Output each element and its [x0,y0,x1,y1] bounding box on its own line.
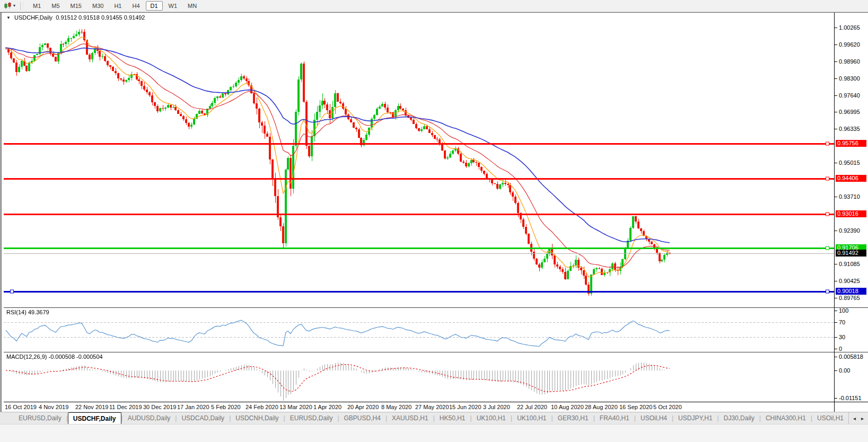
date-tick-label: 4 Nov 2019 [39,404,68,410]
timeframe-button-m30[interactable]: M30 [87,1,108,11]
date-tick-label: 10 Aug 2020 [551,404,584,410]
chart-tab-dj30-daily[interactable]: DJ30,Daily [719,413,759,423]
chart-tab-xauusd-h1[interactable]: XAUUSD,H1 [387,413,433,423]
price-line-label-resistance: 0.93016 [836,210,866,217]
timeframe-button-d1[interactable]: D1 [146,1,163,11]
scroll-right-icon[interactable]: ▸ [861,416,864,421]
price-tick-label: 0.98960 [835,58,860,65]
window-splitter[interactable] [0,13,4,412]
toolbar-grip[interactable] [20,2,23,10]
chart-window: ▼ USDCHF,Daily 0.91512 0.91518 0.91455 0… [0,12,868,412]
date-tick-label: 11 Dec 2019 [109,404,142,410]
date-tick-label: 24 Feb 2020 [246,404,278,410]
chart-tab-fra40-h1[interactable]: FRA40,H1 [595,413,634,423]
chart-tab-usoil-h4[interactable]: USOil,H4 [636,413,672,423]
status-strip [0,424,868,442]
timeframe-button-m15[interactable]: M15 [66,1,86,11]
symbol-name: USDCHF,Daily [14,14,52,21]
chart-tab-audusd-daily[interactable]: AUDUSD,Daily [123,413,176,423]
date-tick-label: 15 Jun 2020 [449,404,481,410]
tab-scroll-arrows: ◂ ▸ [848,412,868,424]
candlestick-chart-icon [4,2,12,10]
chart-tab-usoil-h1[interactable]: USOil,H1 [812,413,848,423]
date-tick-label: 8 May 2020 [381,404,411,410]
chart-tab-eurusd-daily[interactable]: EURUSD,Daily [14,413,66,423]
macd-label: MACD(12,26,9) -0.000508 -0.000504 [6,353,103,360]
macd-tick-label: -0.01151 [835,395,862,401]
date-tick-label: 1 Apr 2020 [313,404,341,410]
timeframe-button-w1[interactable]: W1 [164,1,182,11]
chart-tab-china300-h1[interactable]: CHINA300,H1 [761,413,811,423]
chart-tab-usdcad-daily[interactable]: USDCAD,Daily [177,413,229,423]
price-axis[interactable]: 1.002650.996200.989600.983000.976400.969… [834,13,868,307]
date-tick-label: 22 Nov 2019 [75,404,108,410]
date-tick-label: 30 Dec 2019 [143,404,176,410]
date-tick-label: 5 Feb 2020 [211,404,241,410]
chart-tab-usdjpy-h1[interactable]: USDJPY,H1 [673,413,717,423]
date-tick-label: 13 Mar 2020 [279,404,312,410]
main-chart-canvas[interactable] [4,13,834,307]
main-price-pane: ▼ USDCHF,Daily 0.91512 0.91518 0.91455 0… [4,13,834,307]
chart-tab-gbpusd-h4[interactable]: GBPUSD,H4 [339,413,385,423]
macd-pane: MACD(12,26,9) -0.000508 -0.000504 [4,352,834,402]
time-axis[interactable]: 16 Oct 20194 Nov 201922 Nov 201911 Dec 2… [4,402,834,412]
chart-tab-usdcnh-daily[interactable]: USDCNH,Daily [231,413,283,423]
timeframe-button-h1[interactable]: H1 [109,1,126,11]
symbol-header: ▼ USDCHF,Daily 0.91512 0.91518 0.91455 0… [6,14,145,21]
rsi-label: RSI(14) 49.3679 [6,309,49,315]
price-tick-label: 0.91085 [835,261,860,267]
price-line-label-current-price: 0.91492 [836,250,866,257]
price-tick-label: 0.97640 [835,92,860,99]
price-line-label-support: 0.90018 [836,288,866,295]
rsi-canvas[interactable] [4,308,834,352]
chart-tab-ger30-h1[interactable]: GER30,H1 [553,413,593,423]
timeframe-button-m1[interactable]: M1 [28,1,46,11]
macd-axis[interactable]: 0.0058180.00-0.01151 [834,352,868,402]
price-tick-label: 0.99620 [835,41,860,48]
price-tick-label: 0.89765 [835,295,860,301]
ohlc-low: 0.91455 [101,14,122,21]
rsi-tick-label: 30 [835,334,845,340]
price-tick-label: 0.96335 [835,126,860,132]
ohlc-high: 0.91518 [78,14,100,21]
rsi-tick-label: 0 [835,346,842,352]
date-tick-label: 17 Jan 2020 [177,404,209,410]
price-tick-label: 0.93710 [835,193,860,200]
macd-tick-label: 0.00 [835,367,850,374]
chart-tab-uk100-h1[interactable]: UK100,H1 [472,413,511,423]
rsi-axis[interactable]: 10070300 [834,307,868,352]
axis-corner [834,402,868,412]
scroll-left-icon[interactable]: ◂ [853,416,856,421]
date-tick-label: 3 Jul 2020 [483,404,510,410]
price-tick-label: 0.92390 [835,227,860,234]
chart-type-selector[interactable]: ▾ [2,2,17,10]
chart-tab-bar: EURUSD,Daily|USDCHF,Daily|AUDUSD,Daily|U… [0,412,868,424]
rsi-tick-label: 70 [835,319,845,325]
ohlc-open: 0.91512 [56,14,77,21]
price-tick-label: 0.95015 [835,160,860,166]
date-tick-label: 5 Oct 2020 [653,404,682,410]
date-tick-label: 27 May 2020 [415,404,449,410]
chart-tab-hk50-h1[interactable]: HK50,H1 [435,413,470,423]
top-toolbar: ▾ M1M5M15M30H1H4D1W1MN [0,0,868,12]
rsi-tick-label: 100 [835,307,848,314]
timeframe-button-m5[interactable]: M5 [47,1,64,11]
macd-canvas[interactable] [4,352,834,402]
timeframe-button-row: M1M5M15M30H1H4D1W1MN [28,1,202,11]
tab-strip: EURUSD,Daily|USDCHF,Daily|AUDUSD,Daily|U… [14,412,848,424]
ohlc-close: 0.91492 [124,14,145,21]
macd-tick-label: 0.005818 [835,353,863,360]
date-tick-label: 20 Apr 2020 [347,404,379,410]
chart-tab-uk100-h1[interactable]: UK100,H1 [512,413,551,423]
timeframe-button-mn[interactable]: MN [183,1,201,11]
chart-tab-usdchf-daily[interactable]: USDCHF,Daily [68,412,121,424]
collapse-indicator-icon[interactable]: ▼ [6,15,11,20]
price-tick-label: 1.00265 [835,24,860,31]
rsi-pane: RSI(14) 49.3679 [4,307,834,352]
price-tick-label: 0.90425 [835,278,860,284]
timeframe-button-h4[interactable]: H4 [127,1,144,11]
chevron-down-icon: ▾ [13,3,15,8]
price-line-label-resistance: 0.94406 [836,175,866,182]
chart-tab-eurusd-daily[interactable]: EURUSD,Daily [285,413,338,423]
date-tick-label: 28 Aug 2020 [585,404,618,410]
